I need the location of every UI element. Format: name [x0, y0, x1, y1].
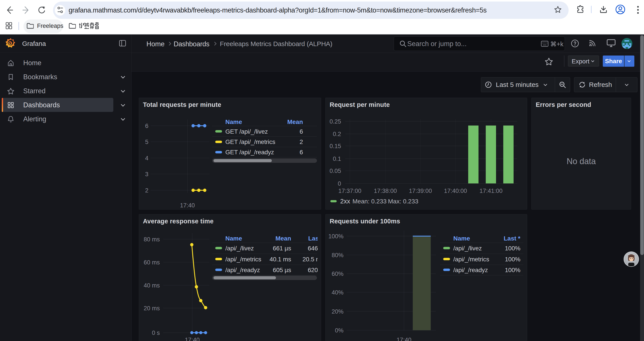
svg-text:17:40: 17:40 [396, 336, 412, 341]
svg-text:0.15: 0.15 [330, 143, 341, 149]
svg-text:17:40: 17:40 [185, 336, 200, 341]
svg-text:Max: 0.233: Max: 0.233 [388, 198, 418, 205]
svg-text:3: 3 [145, 171, 148, 178]
svg-text:Mean: 0.233: Mean: 0.233 [352, 198, 387, 205]
svg-text:17:38:00: 17:38:00 [374, 188, 397, 194]
svg-text:0.1: 0.1 [333, 156, 341, 162]
svg-text:0.25: 0.25 [330, 118, 341, 125]
svg-text:17:37:00: 17:37:00 [338, 188, 361, 194]
svg-text:17:39:00: 17:39:00 [409, 188, 432, 194]
svg-text:17:40:00: 17:40:00 [444, 188, 467, 194]
svg-text:2: 2 [145, 187, 148, 194]
svg-text:0.2: 0.2 [333, 131, 341, 137]
svg-text:17:41:00: 17:41:00 [480, 188, 502, 194]
svg-text:0: 0 [338, 180, 341, 187]
svg-text:2xx: 2xx [340, 198, 350, 205]
svg-text:4: 4 [145, 155, 148, 162]
svg-text:17:40: 17:40 [180, 202, 195, 209]
svg-text:0.05: 0.05 [330, 168, 341, 174]
